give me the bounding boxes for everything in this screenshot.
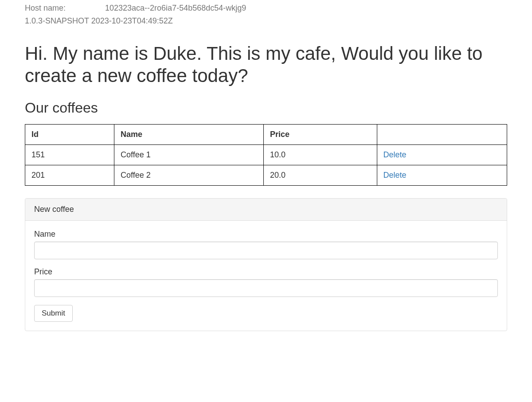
cell-id: 151 <box>25 144 114 165</box>
host-info: Host name: 102323aca--2ro6ia7-54b568dc54… <box>25 4 507 13</box>
panel-title: New coffee <box>25 199 507 221</box>
name-label: Name <box>34 230 498 239</box>
page-title: Hi. My name is Duke. This is my cafe, Wo… <box>25 43 507 87</box>
price-label: Price <box>34 267 498 277</box>
name-input[interactable] <box>34 242 498 259</box>
header-price: Price <box>264 124 377 144</box>
host-value: 102323aca--2ro6ia7-54b568dc54-wkjg9 <box>105 4 246 12</box>
cell-id: 201 <box>25 165 114 185</box>
cell-name: Coffee 2 <box>114 165 264 185</box>
table-row: 151Coffee 110.0Delete <box>25 144 507 165</box>
cell-price: 20.0 <box>264 165 377 185</box>
submit-button[interactable]: Submit <box>34 305 73 322</box>
cell-actions: Delete <box>377 165 507 185</box>
cell-name: Coffee 1 <box>114 144 264 165</box>
coffees-section-title: Our coffees <box>25 100 507 116</box>
header-name: Name <box>114 124 264 144</box>
cell-price: 10.0 <box>264 144 377 165</box>
table-header-row: Id Name Price <box>25 124 507 144</box>
cell-actions: Delete <box>377 144 507 165</box>
coffees-table: Id Name Price 151Coffee 110.0Delete201Co… <box>25 124 507 186</box>
delete-link[interactable]: Delete <box>383 150 407 159</box>
version-info: 1.0.3-SNAPSHOT 2023-10-23T04:49:52Z <box>25 16 507 26</box>
host-label: Host name: <box>25 4 103 13</box>
header-actions <box>377 124 507 144</box>
delete-link[interactable]: Delete <box>383 171 407 180</box>
header-id: Id <box>25 124 114 144</box>
table-row: 201Coffee 220.0Delete <box>25 165 507 185</box>
price-input[interactable] <box>34 279 498 297</box>
version-value: 1.0.3-SNAPSHOT 2023-10-23T04:49:52Z <box>25 16 173 25</box>
new-coffee-panel: New coffee Name Price Submit <box>25 198 507 331</box>
